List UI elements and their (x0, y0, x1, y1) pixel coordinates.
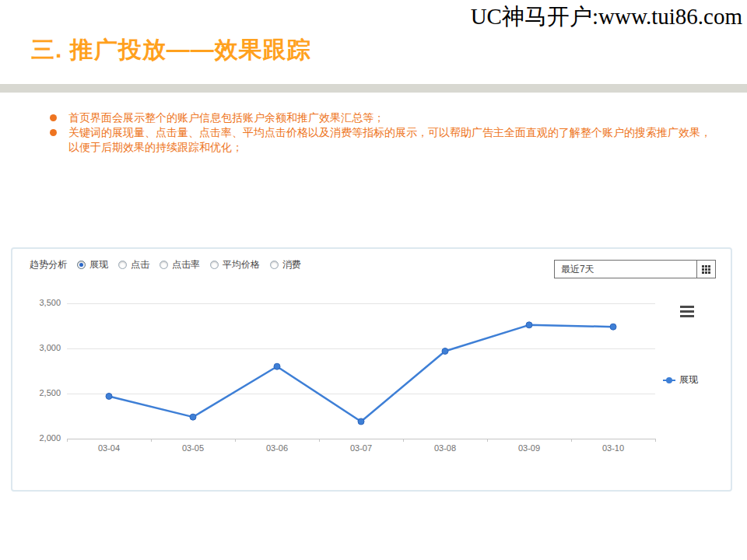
data-point-marker[interactable] (190, 414, 196, 420)
data-point-marker[interactable] (106, 393, 112, 399)
legend-line-marker (663, 380, 675, 381)
divider-bar (0, 84, 747, 93)
slide: UC神马开户:www.tui86.com 三. 推广投放——效果跟踪 首页界面会… (0, 0, 747, 560)
chart-legend[interactable]: 展现 (663, 373, 698, 387)
bullet-list: 首页界面会展示整个的账户信息包括账户余额和推广效果汇总等；关键词的展现量、点击量… (45, 110, 711, 155)
chart-menu-icon[interactable] (680, 306, 694, 317)
bullet-item: 首页界面会展示整个的账户信息包括账户余额和推广效果汇总等； (45, 110, 711, 125)
bullet-text: 首页界面会展示整个的账户信息包括账户余额和推广效果汇总等； (68, 111, 384, 124)
bullet-text: 关键词的展现量、点击量、点击率、平均点击价格以及消费等指标的展示，可以帮助广告主… (68, 126, 711, 153)
line-chart: 3,5003,0002,5002,00003-0403-0503-0603-07… (12, 249, 734, 493)
bullet-dot-icon (50, 129, 57, 136)
watermark-text: UC神马开户:www.tui86.com (471, 2, 742, 33)
data-point-marker[interactable] (442, 348, 448, 354)
bullet-item: 关键词的展现量、点击量、点击率、平均点击价格以及消费等指标的展示，可以帮助广告主… (45, 125, 711, 155)
data-point-marker[interactable] (274, 363, 280, 369)
series-line (109, 325, 613, 422)
page-title: 三. 推广投放——效果跟踪 (31, 34, 311, 66)
legend-label: 展现 (679, 373, 698, 387)
data-point-marker[interactable] (610, 324, 616, 330)
data-point-marker[interactable] (526, 322, 532, 328)
line-series-svg (12, 249, 734, 493)
bullet-dot-icon (50, 114, 57, 121)
trend-panel: 趋势分析 展现点击点击率平均价格消费 最近7天 3,5003,0002,5002… (11, 247, 732, 492)
data-point-marker[interactable] (358, 418, 364, 425)
